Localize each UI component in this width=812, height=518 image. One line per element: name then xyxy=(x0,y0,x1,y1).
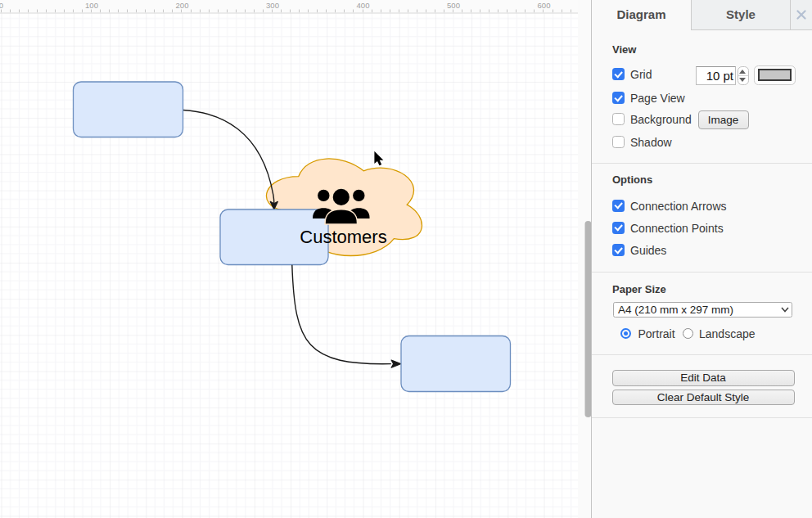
svg-text:0: 0 xyxy=(0,1,3,10)
svg-text:100: 100 xyxy=(85,1,98,10)
svg-text:600: 600 xyxy=(538,1,551,10)
svg-text:Customers: Customers xyxy=(300,227,386,247)
svg-text:200: 200 xyxy=(176,1,189,10)
svg-text:400: 400 xyxy=(357,1,370,10)
svg-text:500: 500 xyxy=(447,1,460,10)
svg-text:300: 300 xyxy=(266,1,279,10)
